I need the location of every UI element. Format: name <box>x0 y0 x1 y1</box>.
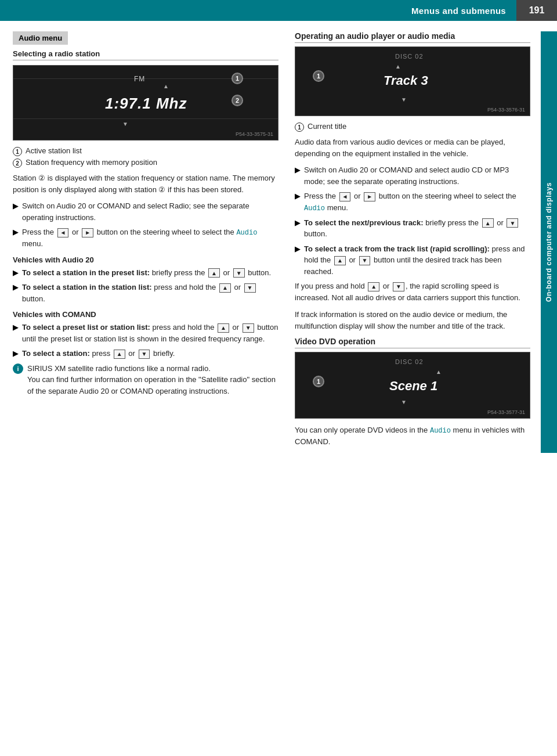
body-text-station: Station ② is displayed with the station … <box>13 172 278 196</box>
r-audio-ref: Audio <box>304 204 325 213</box>
annotation-num-2: 2 <box>13 159 22 168</box>
bullet-comand-1: ▶ To select a preset list or station lis… <box>13 322 278 344</box>
display-circle-1: 1 <box>232 73 243 84</box>
fm-label: FM <box>134 75 145 83</box>
r-btn-down-2: ▼ <box>359 256 371 265</box>
r-bullet-text-2: Press the ◄ or ► button on the steering … <box>304 190 530 214</box>
annotation-2: 2 Station frequency with memory position <box>13 158 278 168</box>
vehicles-comand-heading: Vehicles with COMAND <box>13 310 278 319</box>
bullet-text-1: Switch on Audio 20 or COMAND and select … <box>22 200 278 223</box>
r-btn-up-3: ▲ <box>368 282 379 291</box>
right-column: Operating an audio player or audio media… <box>289 31 541 453</box>
r-btn-right: ► <box>364 192 375 201</box>
chapter-tab-text: On-board computer and displays <box>545 182 553 302</box>
body-text-track-info: If track information is stored on the au… <box>295 309 530 332</box>
btn-down-2: ▼ <box>244 283 256 293</box>
audio-track-label: Track 3 <box>384 73 428 88</box>
btn-up-c2: ▲ <box>114 350 125 359</box>
dvd-display-ref: P54-33-3577-31 <box>487 409 525 415</box>
audio-arrow-down: ▼ <box>401 96 407 103</box>
vehicles-audio20-heading: Vehicles with Audio 20 <box>13 255 278 264</box>
arrow-down-indicator: ▼ <box>122 121 128 127</box>
bullet-text-comand1: To select a preset list or station list:… <box>22 322 278 344</box>
bullet-item-2: ▶ Press the ◄ or ► button on the steerin… <box>13 226 278 250</box>
dvd-scene-label: Scene 1 <box>389 379 437 394</box>
audio-menu-label: Audio menu <box>13 31 68 45</box>
page-body: Audio menu Selecting a radio station FM … <box>0 21 557 453</box>
bullet-station-list: ▶ To select a station in the station lis… <box>13 282 278 304</box>
header-page-number: 191 <box>516 0 557 21</box>
dvd-arrow-up: ▲ <box>436 369 442 375</box>
audio-disc-label: DISC 02 <box>395 53 424 60</box>
r-bullet-arrow-4: ▶ <box>295 243 301 255</box>
r-btn-up-2: ▲ <box>334 256 346 265</box>
info-icon: i <box>13 363 23 374</box>
r-bullet-arrow-3: ▶ <box>295 217 301 229</box>
dvd-audio-ref: Audio <box>430 427 451 435</box>
chapter-tab: On-board computer and displays <box>541 31 557 453</box>
bullet-arrow-1: ▶ <box>13 200 19 212</box>
btn-down-c1: ▼ <box>243 323 254 333</box>
annotation-current-title: 1 Current title <box>295 122 530 132</box>
bullet-item-1: ▶ Switch on Audio 20 or COMAND and selec… <box>13 200 278 223</box>
btn-right-icon: ► <box>82 228 93 237</box>
bullet-preset: ▶ To select a station in the preset list… <box>13 267 278 279</box>
info-text: SIRIUS XM satellite radio functions like… <box>27 363 278 397</box>
info-note: i SIRIUS XM satellite radio functions li… <box>13 363 278 397</box>
dvd-body-text: You can only operate DVD videos in the A… <box>295 424 530 448</box>
r-bullet-3: ▶ To select the next/previous track: bri… <box>295 217 530 240</box>
bullet-arrow-preset: ▶ <box>13 267 19 279</box>
annotation-num-1: 1 <box>13 147 22 156</box>
operating-audio-title: Operating an audio player or audio media <box>295 31 530 43</box>
bullet-arrow-2: ▶ <box>13 226 19 238</box>
annotation-num-ct: 1 <box>295 123 304 132</box>
annotation-1: 1 Active station list <box>13 146 278 156</box>
r-bullet-arrow-2: ▶ <box>295 190 301 202</box>
dvd-disc-label: DISC 02 <box>395 358 424 365</box>
r-bullet-text-1: Switch on Audio 20 or COMAND and select … <box>304 164 530 187</box>
header-title-text: Menus and submenus <box>411 6 506 16</box>
r-bullet-arrow-1: ▶ <box>295 164 301 176</box>
btn-up-2: ▲ <box>219 283 231 293</box>
header-title: Menus and submenus <box>0 0 516 21</box>
video-dvd-title: Video DVD operation <box>295 337 530 348</box>
btn-down-1: ▼ <box>233 268 245 278</box>
bullet-text-preset: To select a station in the preset list: … <box>22 267 271 279</box>
radio-display-image: FM 1 ▲ 1:97.1 Mhz 2 ▼ P54-33-3575-31 <box>13 65 278 141</box>
r-btn-down-3: ▼ <box>393 282 404 291</box>
rapid-scroll-note: If you press and hold ▲ or ▼, the rapid … <box>295 280 530 304</box>
audio-arrow-up: ▲ <box>395 63 401 70</box>
r-bullet-text-3: To select the next/previous track: brief… <box>304 217 530 240</box>
btn-up-c1: ▲ <box>218 323 229 333</box>
bullet-text-station: To select a station in the station list:… <box>22 282 278 304</box>
audio-display-image: DISC 02 ▲ 1 Track 3 ▼ P54-33-3576-31 <box>295 46 530 116</box>
bullet-comand-2: ▶ To select a station: press ▲ or ▼ brie… <box>13 348 278 359</box>
display-ref: P54-33-3575-31 <box>236 131 273 137</box>
r-bullet-4: ▶ To select a track from the track list … <box>295 243 530 278</box>
btn-down-c2: ▼ <box>139 350 150 359</box>
bullet-arrow-comand1: ▶ <box>13 322 19 333</box>
dvd-arrow-down: ▼ <box>401 399 407 405</box>
left-column: Audio menu Selecting a radio station FM … <box>0 31 289 453</box>
frequency-display: 1:97.1 Mhz <box>105 95 187 113</box>
arrow-up-indicator: ▲ <box>163 83 169 89</box>
bullet-arrow-comand2: ▶ <box>13 348 19 359</box>
btn-up-1: ▲ <box>208 268 220 278</box>
r-bullet-text-4: To select a track from the track list (r… <box>304 243 530 278</box>
audio-menu-ref: Audio <box>236 229 257 237</box>
dvd-display-image: DISC 02 ▲ 1 Scene 1 ▼ P54-33-3577-31 <box>295 352 530 419</box>
r-bullet-2: ▶ Press the ◄ or ► button on the steerin… <box>295 190 530 214</box>
r-btn-up-1: ▲ <box>482 218 494 228</box>
dvd-circle-1: 1 <box>313 376 324 387</box>
bullet-arrow-station: ▶ <box>13 282 19 293</box>
display-circle-2: 2 <box>232 95 243 106</box>
r-btn-down-1: ▼ <box>507 218 518 228</box>
btn-left-icon: ◄ <box>57 228 69 237</box>
audio-display-ref: P54-33-3576-31 <box>487 107 525 113</box>
r-bullet-1: ▶ Switch on Audio 20 or COMAND and selec… <box>295 164 530 187</box>
annotation-list: 1 Active station list 2 Station frequenc… <box>13 146 278 168</box>
selecting-radio-title: Selecting a radio station <box>13 49 278 60</box>
r-btn-left: ◄ <box>339 192 351 201</box>
body-text-audio: Audio data from various audio devices or… <box>295 136 530 160</box>
header-bar: Menus and submenus 191 <box>0 0 557 21</box>
